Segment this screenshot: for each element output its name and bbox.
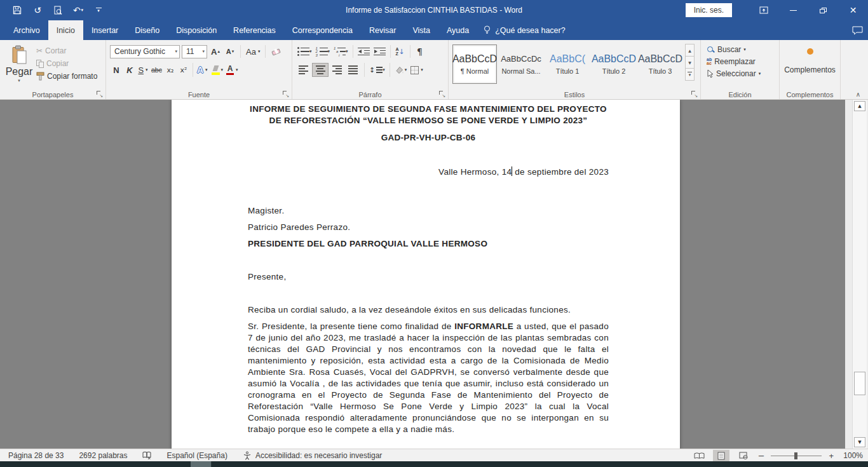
zoom-out-button[interactable]: − <box>757 451 765 461</box>
styles-scroll-up-button[interactable]: ▲ <box>685 44 695 57</box>
bold-button[interactable]: N <box>110 63 123 77</box>
tab-diseno[interactable]: Diseño <box>126 20 168 40</box>
status-accessibility[interactable]: Accesibilidad: es necesario investigar <box>243 451 382 460</box>
scroll-up-button[interactable]: ▲ <box>854 101 865 111</box>
underline-button[interactable]: S▾ <box>137 63 149 77</box>
subscript-button[interactable]: x₂ <box>164 63 177 77</box>
doc-title[interactable]: INFORME DE SEGUIMIENTO DE SEGUNDA FASE M… <box>248 104 609 126</box>
doc-code[interactable]: GAD-PR-VH-UP-CB-06 <box>248 132 609 144</box>
zoom-percentage[interactable]: 100% <box>843 451 863 460</box>
status-language[interactable]: Español (España) <box>166 451 227 460</box>
decrease-indent-button[interactable] <box>356 44 371 58</box>
feedback-button[interactable] <box>852 20 863 40</box>
view-read-mode-button[interactable] <box>691 450 707 461</box>
zoom-in-button[interactable]: + <box>827 451 835 461</box>
bullets-button[interactable]: ▾ <box>296 44 313 58</box>
doc-date-line[interactable]: Valle Hermoso, 14 de septiembre del 2023 <box>248 166 609 178</box>
align-right-button[interactable] <box>329 64 344 76</box>
style-card-titulo-2[interactable]: AaBbCcDTítulo 2 <box>592 44 636 84</box>
shrink-font-button[interactable]: A▾ <box>224 44 236 58</box>
tab-ayuda[interactable]: Ayuda <box>438 20 477 40</box>
find-button[interactable]: Buscar▾ <box>705 44 776 55</box>
multilevel-list-button[interactable]: 1ai ▾ <box>332 44 349 58</box>
style-card-titulo-3[interactable]: AaBbCcDTítulo 3 <box>638 44 682 84</box>
view-web-layout-button[interactable] <box>735 450 752 461</box>
superscript-button[interactable]: x² <box>177 63 190 77</box>
style-card-titulo-1[interactable]: AaBbC(Título 1 <box>545 44 590 84</box>
font-name-combo[interactable]: Century Gothic▾ <box>110 45 180 58</box>
grow-font-button[interactable]: A▴ <box>209 44 222 58</box>
font-size-combo[interactable]: 11▾ <box>182 45 207 58</box>
status-page-info[interactable]: Página 28 de 33 <box>8 451 64 460</box>
line-spacing-button[interactable]: ↕▾ <box>368 63 386 77</box>
redo-button[interactable]: ↺ <box>29 3 46 18</box>
format-painter-button[interactable]: Copiar formato <box>34 71 99 81</box>
tell-me-box[interactable]: ¿Qué desea hacer? <box>477 20 572 40</box>
tab-archivo[interactable]: Archivo <box>5 20 48 40</box>
undo-button[interactable]: ↶▾ <box>70 3 86 18</box>
sort-button[interactable]: AZ↓ <box>394 44 407 58</box>
styles-gallery-button[interactable]: ▾ <box>685 68 695 81</box>
qat-customize-button[interactable]: ▾ <box>90 3 107 18</box>
addins-button[interactable] <box>780 48 840 55</box>
copy-button[interactable]: Copiar <box>34 58 99 69</box>
tab-correspondencia[interactable]: Correspondencia <box>284 20 361 40</box>
tab-referencias[interactable]: Referencias <box>225 20 284 40</box>
style-card-normal[interactable]: AaBbCcD¶ Normal <box>452 44 497 84</box>
tab-insertar[interactable]: Insertar <box>83 20 126 40</box>
doc-addressee-2[interactable]: Patricio Paredes Perrazo. <box>248 222 609 233</box>
scroll-down-button[interactable]: ▼ <box>854 437 865 447</box>
dialog-launcher-styles[interactable] <box>691 90 698 97</box>
dialog-launcher-font[interactable] <box>282 90 289 97</box>
restore-button[interactable] <box>808 0 838 20</box>
align-center-button[interactable] <box>313 64 328 76</box>
tab-disposicion[interactable]: Disposición <box>168 20 225 40</box>
collapse-ribbon-button[interactable]: ∧ <box>856 91 860 98</box>
signin-button[interactable]: Inic. ses. <box>686 3 732 17</box>
tab-revisar[interactable]: Revisar <box>361 20 404 40</box>
styles-scroll-down-button[interactable]: ▼ <box>685 56 695 69</box>
view-print-layout-button[interactable] <box>713 450 729 461</box>
doc-salutation[interactable]: Presente, <box>248 271 609 283</box>
doc-addressee-1[interactable]: Magister. <box>248 205 609 217</box>
close-button[interactable]: ✕ <box>838 0 868 20</box>
tab-inicio[interactable]: Inicio <box>48 20 83 40</box>
shading-button[interactable]: ▾ <box>393 63 409 77</box>
doc-greeting[interactable]: Reciba un cordial saludo, a la vez deseá… <box>248 304 609 316</box>
justify-button[interactable] <box>346 64 361 76</box>
minimize-button[interactable] <box>778 0 808 20</box>
status-proofing[interactable] <box>142 451 151 459</box>
clear-formatting-button[interactable] <box>269 44 282 58</box>
style-card-normal-sa[interactable]: AaBbCcDcNormal Sa... <box>499 44 543 84</box>
ribbon-display-options-button[interactable] <box>749 0 778 20</box>
select-button[interactable]: Seleccionar▾ <box>705 69 776 79</box>
save-button[interactable] <box>9 3 25 18</box>
status-word-count[interactable]: 2692 palabras <box>79 451 127 460</box>
cut-button[interactable]: ✂Cortar <box>34 46 99 56</box>
change-case-button[interactable]: Aa▾ <box>245 44 261 58</box>
italic-button[interactable]: K <box>123 63 136 77</box>
print-preview-button[interactable] <box>50 3 66 18</box>
vertical-scrollbar[interactable]: ▲ ▼ <box>852 100 867 449</box>
document-page[interactable]: INFORME DE SEGUIMIENTO DE SEGUNDA FASE M… <box>172 100 680 449</box>
doc-body-paragraph[interactable]: Sr. Presidente, la presente tiene como f… <box>248 321 609 435</box>
text-effects-button[interactable]: A▾ <box>196 63 209 77</box>
borders-button[interactable]: ▾ <box>409 63 424 77</box>
doc-addressee-3[interactable]: PRESIDENTE DEL GAD PARROQUIAL VALLE HERM… <box>248 238 609 250</box>
zoom-slider[interactable] <box>771 456 822 456</box>
font-color-button[interactable]: A▾ <box>225 63 240 77</box>
dialog-launcher-clipboard[interactable] <box>96 90 103 97</box>
show-marks-button[interactable]: ¶ <box>414 44 426 58</box>
zoom-slider-thumb[interactable] <box>794 452 797 459</box>
highlight-button[interactable]: ▾ <box>210 63 225 77</box>
paste-button[interactable]: Pegar ▾ <box>4 44 34 89</box>
numbering-button[interactable]: 123 ▾ <box>315 44 332 58</box>
replace-button[interactable]: abacReemplazar <box>705 57 776 67</box>
align-left-button[interactable] <box>296 64 311 76</box>
strikethrough-button[interactable]: abc <box>150 63 163 77</box>
dialog-launcher-paragraph[interactable] <box>438 90 445 97</box>
tab-vista[interactable]: Vista <box>404 20 438 40</box>
scroll-thumb[interactable] <box>854 372 865 395</box>
increase-indent-button[interactable] <box>372 44 387 58</box>
addins-label[interactable]: Complementos <box>780 65 840 74</box>
